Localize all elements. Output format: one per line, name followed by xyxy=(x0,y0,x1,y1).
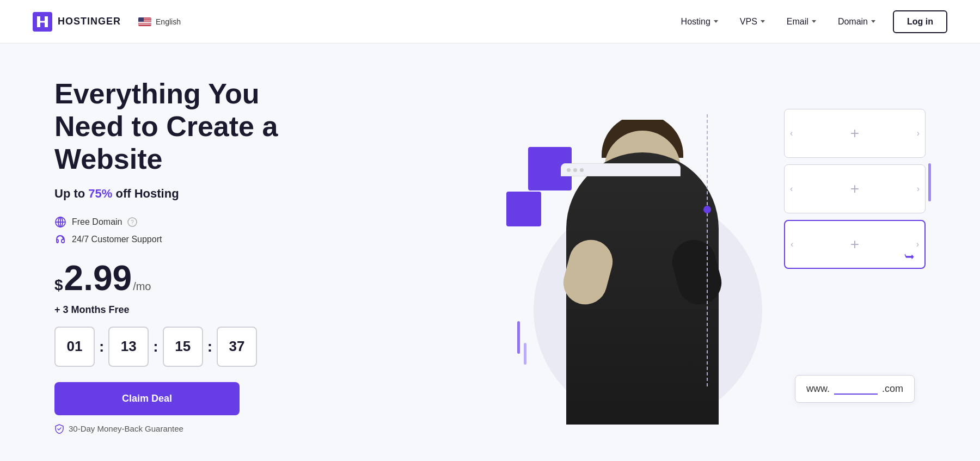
chevron-down-icon xyxy=(761,20,765,23)
header-left: HOSTINGER English xyxy=(33,12,185,32)
logo-text: HOSTINGER xyxy=(58,16,121,27)
language-selector[interactable]: English xyxy=(134,15,185,28)
builder-panel: ‹ + › ‹ + › ‹ + › ⮩ xyxy=(784,109,926,269)
feature-domain-text: Free Domain xyxy=(72,217,122,227)
price-amount: 2.99 xyxy=(64,261,132,296)
browser-bar xyxy=(561,163,681,176)
domain-input-line xyxy=(834,382,878,395)
card-plus-2: + xyxy=(850,180,859,198)
browser-dot-2 xyxy=(573,168,577,172)
cursor-icon: ⮩ xyxy=(905,252,915,263)
card-plus-3: + xyxy=(850,236,859,253)
accent-dot xyxy=(703,206,711,213)
dashed-divider xyxy=(707,114,708,386)
domain-www: www. xyxy=(806,383,830,395)
price-section: $ 2.99 /mo xyxy=(54,261,316,296)
hero-left-content: Everything You Need to Create a Website … xyxy=(54,78,316,433)
chevron-down-icon xyxy=(812,20,816,23)
guarantee-text: 30-Day Money-Back Guarantee xyxy=(69,424,183,433)
countdown-sep-2: : xyxy=(153,338,158,355)
globe-icon xyxy=(54,216,66,228)
site-header: HOSTINGER English Hosting VPS Email Doma… xyxy=(0,0,980,44)
discount-highlight: 75% xyxy=(88,187,112,200)
domain-bar: www. .com xyxy=(795,375,915,403)
countdown-timer: 01 : 13 : 15 : 37 xyxy=(54,327,316,367)
logo[interactable]: HOSTINGER xyxy=(33,12,121,32)
language-label: English xyxy=(156,17,181,26)
card-arrow-right-3: › xyxy=(916,239,919,249)
countdown-days: 01 xyxy=(54,327,95,367)
browser-dot-3 xyxy=(580,168,584,172)
vertical-bar-3 xyxy=(928,163,931,201)
feature-support-text: 24/7 Customer Support xyxy=(72,235,162,244)
price-bonus: + 3 Months Free xyxy=(54,304,316,316)
card-arrow-left-2: ‹ xyxy=(790,184,793,194)
shield-icon xyxy=(54,424,64,434)
hero-section: Everything You Need to Create a Website … xyxy=(0,44,980,457)
chevron-down-icon xyxy=(871,20,875,23)
flag-icon xyxy=(138,17,151,26)
price-period: /mo xyxy=(133,280,151,293)
guarantee-row: 30-Day Money-Back Guarantee xyxy=(54,424,316,434)
chevron-down-icon xyxy=(714,20,718,23)
countdown-minutes: 15 xyxy=(163,327,203,367)
price-dollar: $ xyxy=(54,276,63,294)
countdown-seconds: 37 xyxy=(217,327,257,367)
browser-dot-1 xyxy=(567,168,571,172)
card-arrow-right-1: › xyxy=(917,128,920,138)
hero-illustration: ‹ + › ‹ + › ‹ + › ⮩ www. .com xyxy=(501,87,926,425)
builder-card-2: ‹ + › xyxy=(784,164,926,213)
card-arrow-left-1: ‹ xyxy=(790,128,793,138)
builder-card-3: ‹ + › ⮩ xyxy=(784,220,926,269)
nav-domain[interactable]: Domain xyxy=(829,13,884,31)
feature-support: 24/7 Customer Support xyxy=(54,233,316,245)
main-nav: Hosting VPS Email Domain Log in xyxy=(672,10,947,33)
countdown-hours: 13 xyxy=(108,327,149,367)
countdown-sep-1: : xyxy=(99,338,104,355)
nav-email[interactable]: Email xyxy=(778,13,825,31)
price-row: $ 2.99 /mo xyxy=(54,261,316,296)
vertical-bar-2 xyxy=(524,343,526,365)
vertical-bar-1 xyxy=(517,321,520,354)
feature-domain: Free Domain ? xyxy=(54,216,316,228)
claim-deal-button[interactable]: Claim Deal xyxy=(54,382,240,415)
question-icon: ? xyxy=(127,217,137,227)
svg-text:?: ? xyxy=(131,219,134,225)
features-list: Free Domain ? 24/7 Customer Support xyxy=(54,216,316,245)
nav-hosting[interactable]: Hosting xyxy=(672,13,727,31)
card-arrow-right-2: › xyxy=(917,184,920,194)
purple-square-2 xyxy=(506,192,541,226)
domain-com: .com xyxy=(882,383,903,395)
nav-vps[interactable]: VPS xyxy=(731,13,774,31)
hero-title: Everything You Need to Create a Website xyxy=(54,78,316,175)
headset-icon xyxy=(54,233,66,245)
hostinger-logo-icon xyxy=(33,12,52,32)
card-arrow-left-3: ‹ xyxy=(791,239,793,249)
hero-subtitle: Up to 75% off Hosting xyxy=(54,187,316,201)
login-button[interactable]: Log in xyxy=(893,10,947,33)
countdown-sep-3: : xyxy=(207,338,212,355)
card-plus-1: + xyxy=(850,125,859,142)
builder-card-1: ‹ + › xyxy=(784,109,926,158)
